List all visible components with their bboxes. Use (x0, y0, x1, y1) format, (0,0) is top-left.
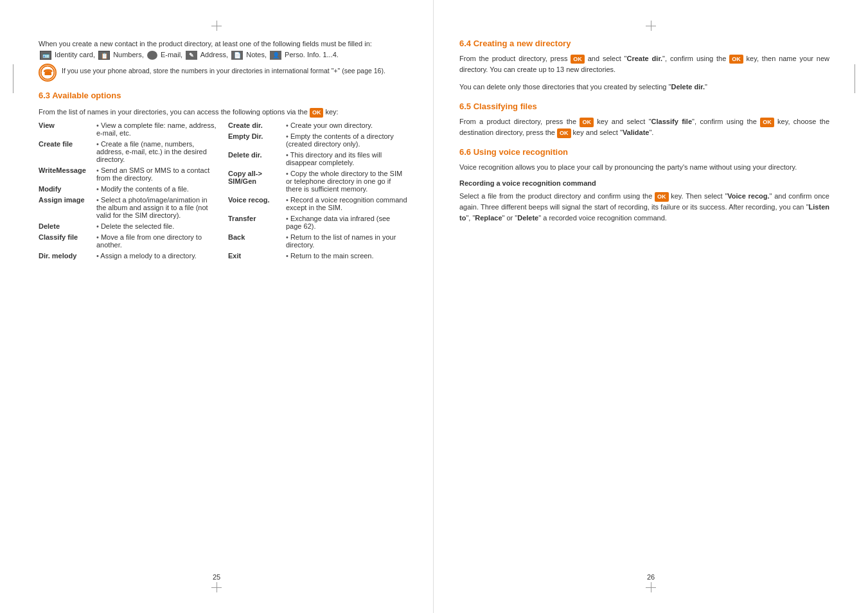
ok-badge-6-5-2: OK (760, 118, 774, 127)
option-transfer-key: Transfer (228, 215, 286, 222)
perso-info-icon: 👤 (270, 51, 281, 60)
intro-paragraph: When you create a new contact in the pro… (39, 39, 407, 60)
option-delete: Delete • Delete the selected file. (39, 222, 218, 230)
option-write-message: WriteMessage • Send an SMS or MMS to a c… (39, 166, 218, 182)
option-copy-all: Copy all->SIM/Gen • Copy the whole direc… (228, 170, 407, 193)
option-create-file-key: Create file (39, 140, 96, 148)
info-icon-symbol: ☎ (39, 64, 57, 82)
option-empty-dir: Empty Dir. • Empty the contents of a dir… (228, 132, 407, 148)
section-6-4-title: Creating a new directory (474, 39, 571, 48)
option-classify-file: Classify file • Move a file from one dir… (39, 233, 218, 249)
section-6-3-title: Available options (52, 91, 121, 100)
option-view-val: • View a complete file: name, address, e… (96, 121, 218, 137)
email-icon (147, 51, 157, 60)
option-back: Back • Return to the list of names in yo… (228, 233, 407, 249)
intro-text-1: When you create a new contact in the pro… (39, 40, 372, 48)
option-delete-val: • Delete the selected file. (96, 222, 218, 230)
info-box: ☎ If you use your phone abroad, store th… (39, 64, 407, 82)
option-exit-val: • Return to the main screen. (286, 252, 407, 260)
section-6-4-header: 6.4 Creating a new directory (459, 39, 829, 48)
subsection-recording-header: Recording a voice recognition command (459, 179, 829, 187)
section-6-3-num: 6.3 (39, 91, 50, 100)
section-6-6-title: Using voice recognition (474, 147, 568, 157)
section-6-5-header: 6.5 Classifying files (459, 102, 829, 111)
option-create-file: Create file • Create a file (name, numbe… (39, 140, 218, 163)
info-box-text: If you use your phone abroad, store the … (62, 64, 385, 76)
section-6-6: 6.6 Using voice recognition Voice recogn… (459, 147, 829, 224)
option-create-dir: Create dir. • Create your own directory. (228, 121, 407, 129)
option-assign-image-val: • Select a photo/image/animation in the … (96, 196, 218, 219)
option-back-val: • Return to the list of names in your di… (286, 233, 407, 249)
ok-badge-intro: OK (310, 108, 324, 118)
section-6-6-num: 6.6 (459, 147, 471, 157)
option-create-file-val: • Create a file (name, numbers, address,… (96, 140, 218, 163)
option-modify: Modify • Modify the contents of a file. (39, 185, 218, 193)
option-dir-melody-key: Dir. melody (39, 252, 96, 260)
crop-mark-top-right (644, 19, 657, 32)
crop-mark-top (210, 19, 223, 32)
option-empty-dir-key: Empty Dir. (228, 132, 286, 140)
page-number-right: 26 (647, 573, 655, 581)
option-create-dir-val: • Create your own directory. (286, 121, 407, 129)
option-modify-key: Modify (39, 185, 96, 193)
margin-line-right (855, 64, 855, 93)
section-6-4-para1: From the product directory, press OK and… (459, 53, 829, 75)
numbers-icon: 📋 (98, 51, 110, 60)
option-copy-all-val: • Copy the whole directory to the SIM or… (286, 170, 407, 193)
svg-text:☎: ☎ (43, 68, 53, 77)
option-assign-image: Assign image • Select a photo/image/anim… (39, 196, 218, 219)
options-grid: View • View a complete file: name, addre… (39, 121, 407, 263)
crop-mark-bottom (210, 581, 223, 594)
option-delete-dir-key: Delete dir. (228, 151, 286, 159)
option-classify-file-val: • Move a file from one directory to anot… (96, 233, 218, 249)
section-6-6-header: 6.6 Using voice recognition (459, 147, 829, 157)
option-delete-dir-val: • This directory and its files will disa… (286, 151, 407, 166)
section-6-3: 6.3 Available options (39, 91, 407, 100)
ok-badge-6-4-1: OK (571, 55, 585, 64)
option-transfer-val: • Exchange data via infrared (see page 6… (286, 215, 407, 230)
option-write-message-key: WriteMessage (39, 166, 96, 174)
section-6-6-para1: Voice recognition allows you to place yo… (459, 162, 829, 173)
section-6-4-num: 6.4 (459, 39, 471, 48)
option-voice-recog-key: Voice recog. (228, 196, 286, 204)
option-write-message-val: • Send an SMS or MMS to a contact from t… (96, 166, 218, 182)
section-6-5-title: Classifying files (474, 102, 537, 111)
ok-badge-6-4-2: OK (729, 55, 743, 64)
ok-badge-6-5-3: OK (557, 129, 571, 138)
page-right: 6.4 Creating a new directory From the pr… (434, 0, 868, 613)
page-number-left: 25 (213, 573, 220, 581)
identity-card-icon: 🪪 (40, 51, 51, 60)
option-voice-recog: Voice recog. • Record a voice recognitio… (228, 196, 407, 211)
ok-badge-6-6-1: OK (655, 192, 669, 202)
option-view-key: View (39, 121, 96, 129)
option-empty-dir-val: • Empty the contents of a directory (cre… (286, 132, 407, 148)
options-intro-text: From the list of names in your directori… (39, 108, 407, 118)
address-icon: ✎ (186, 51, 197, 60)
ok-badge-6-5-1: OK (580, 118, 594, 127)
page-left: When you create a new contact in the pro… (0, 0, 434, 613)
right-options-column: Create dir. • Create your own directory.… (228, 121, 407, 263)
section-6-5: 6.5 Classifying files From a product dir… (459, 102, 829, 138)
section-6-4-para2: You can delete only those directories th… (459, 82, 829, 93)
option-delete-key: Delete (39, 222, 96, 230)
option-assign-image-key: Assign image (39, 196, 96, 204)
option-create-dir-key: Create dir. (228, 121, 286, 129)
option-copy-all-key: Copy all->SIM/Gen (228, 170, 286, 185)
option-voice-recog-val: • Record a voice recognition command exc… (286, 196, 407, 211)
option-classify-file-key: Classify file (39, 233, 96, 241)
option-dir-melody-val: • Assign a melody to a directory. (96, 252, 218, 260)
option-exit: Exit • Return to the main screen. (228, 252, 407, 260)
left-options-column: View • View a complete file: name, addre… (39, 121, 218, 263)
section-6-5-num: 6.5 (459, 102, 471, 111)
crop-mark-bottom-right (644, 581, 657, 594)
option-back-key: Back (228, 233, 286, 241)
section-6-3-header: 6.3 Available options (39, 91, 407, 100)
option-view: View • View a complete file: name, addre… (39, 121, 218, 137)
subsection-recording-text: Select a file from the product directory… (459, 191, 829, 224)
option-dir-melody: Dir. melody • Assign a melody to a direc… (39, 252, 218, 260)
notes-icon: 📄 (231, 51, 243, 60)
section-6-4: 6.4 Creating a new directory From the pr… (459, 39, 829, 93)
option-exit-key: Exit (228, 252, 286, 260)
option-delete-dir: Delete dir. • This directory and its fil… (228, 151, 407, 166)
section-6-5-para1: From a product directory, press the OK k… (459, 116, 829, 138)
